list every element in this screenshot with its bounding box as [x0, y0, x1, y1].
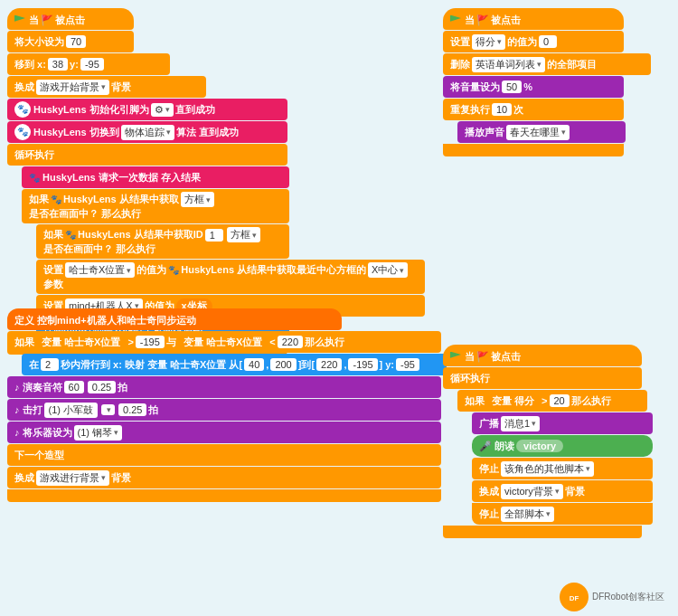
- if-score-block[interactable]: 如果 变量 得分 > 20 那么执行: [457, 390, 647, 412]
- logo-icon: DF: [560, 583, 589, 611]
- repeat-close: [443, 144, 624, 156]
- scratch-canvas: 当 🚩 被点击 当 🚩 被点击 将大小设为 70 移到 x: 38 y: -95…: [0, 0, 678, 616]
- script-group-1: 当 🚩 被点击 当 🚩 被点击 将大小设为 70 移到 x: 38 y: -95…: [7, 7, 425, 355]
- play-sound-block[interactable]: 播放声音 春天在哪里: [457, 121, 626, 143]
- broadcast-block[interactable]: 广播 消息1: [472, 412, 653, 434]
- switch-victory-backdrop-block[interactable]: 换成 victory背景 背景: [472, 480, 653, 502]
- script-group-3: 定义 控制mind+机器人和哈士奇同步运动 如果 变量 哈士奇X位置 > -19…: [7, 308, 447, 502]
- script-group-4: 当 🚩 被点击 循环执行 如果 变量 得分 > 20 那么执行 广播 消息1 🎤…: [443, 344, 653, 538]
- play-note-block[interactable]: ♪ 演奏音符 60 0.25 拍: [7, 376, 441, 398]
- when-flag-clicked-hat-3[interactable]: 当 🚩 被点击: [443, 345, 642, 366]
- husky-init-block[interactable]: 🐾 HuskyLens 初始化引脚为 ⚙ 直到成功: [7, 99, 287, 120]
- if-husky-frame-block[interactable]: 如果 🐾 HuskyLens 从结果中获取 方框 是否在画面中？ 那么执行: [22, 189, 289, 223]
- define-block[interactable]: 定义 控制mind+机器人和哈士奇同步运动: [7, 308, 342, 330]
- svg-text:DF: DF: [570, 594, 579, 602]
- move-xy-block[interactable]: 移到 x: 38 y: -95: [7, 53, 170, 75]
- when-flag-clicked-hat-2[interactable]: 当 🚩 被点击: [443, 8, 624, 30]
- when-flag-clicked-hat-1[interactable]: 当 🚩 被点击 当 🚩 被点击: [7, 8, 134, 30]
- husky-request-block[interactable]: 🐾 HuskyLens 请求一次数据 存入结果: [22, 166, 289, 188]
- play-drum-block[interactable]: ♪ 击打 (1) 小军鼓 0.25 拍: [7, 399, 441, 421]
- stop-other-block[interactable]: 停止 该角色的其他脚本: [472, 458, 653, 479]
- set-huskyX-block[interactable]: 设置 哈士奇X位置 的值为 🐾 HuskyLens 从结果中获取最近中心方框的 …: [36, 260, 425, 294]
- forever-close-4: [443, 526, 642, 538]
- if-condition-block[interactable]: 如果 变量 哈士奇X位置 > -195 与 变量 哈士奇X位置 < 220 那么…: [7, 331, 441, 353]
- husky-switch-block[interactable]: 🐾 HuskyLens 切换到 物体追踪 算法 直到成功: [7, 121, 287, 143]
- set-score-block[interactable]: 设置 得分 的值为 0: [443, 31, 624, 52]
- set-instrument-block[interactable]: ♪ 将乐器设为 (1) 钢琴: [7, 422, 441, 443]
- read-victory-block[interactable]: 🎤 朗读 victory: [472, 435, 653, 457]
- switch-game-backdrop-block[interactable]: 换成 游戏进行背景 背景: [7, 467, 441, 488]
- set-size-block[interactable]: 将大小设为 70: [7, 31, 134, 52]
- delete-list-block[interactable]: 删除 英语单词列表 的全部项目: [443, 53, 651, 75]
- if-husky-id1-block[interactable]: 如果 🐾 HuskyLens 从结果中获取ID 1 方框 是否在画面中？ 那么执…: [36, 224, 289, 259]
- set-volume-block[interactable]: 将音量设为 50 %: [443, 76, 624, 98]
- if-close-3: [7, 489, 441, 502]
- repeat-block[interactable]: 重复执行 10 次: [443, 99, 624, 120]
- next-costume-block[interactable]: 下一个造型: [7, 444, 441, 466]
- forever-block[interactable]: 循环执行: [7, 144, 287, 166]
- watermark-text: DFRobot创客社区: [592, 591, 664, 603]
- watermark: DF DFRobot创客社区: [560, 583, 664, 611]
- script-group-2: 当 🚩 被点击 设置 得分 的值为 0 删除 英语单词列表 的全部项目 将音量设…: [443, 7, 651, 156]
- glide-block[interactable]: 在 2 秒内滑行到 x: 映射 变量 哈士奇X位置 从[ 40 , 200 ]到…: [22, 354, 447, 375]
- forever-block-2[interactable]: 循环执行: [443, 367, 642, 389]
- switch-backdrop-block[interactable]: 换成 游戏开始背景 背景: [7, 76, 206, 98]
- stop-all-block[interactable]: 停止 全部脚本: [472, 503, 653, 525]
